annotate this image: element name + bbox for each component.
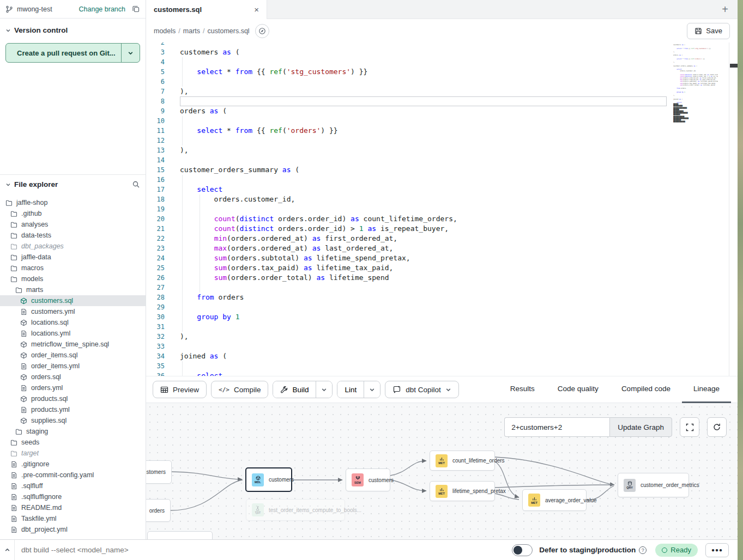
preview-button[interactable]: Preview (153, 381, 207, 398)
file-tree-item-macros[interactable]: macros (0, 263, 146, 273)
file-tree-item--gitignore[interactable]: .gitignore (0, 459, 146, 470)
file-tree-item--sqlfluff[interactable]: .sqlfluff (0, 480, 146, 491)
lineage-node-test-order-items-compute-to-bools-[interactable]: TSTtest_order_items_compute_to_bools... (246, 499, 345, 521)
chevron-up-icon[interactable] (0, 540, 15, 560)
file-tree-item-jaffle-shop[interactable]: jaffle-shop (0, 197, 146, 208)
tab-results[interactable]: Results (499, 376, 546, 403)
lineage-selector-input[interactable] (504, 417, 609, 437)
file-tree-item-customers-sql[interactable]: customers.sql (0, 295, 146, 306)
lineage-panel[interactable]: stg_customersordersMDLcustomersTSTtest_o… (146, 403, 738, 539)
code-line-28[interactable]: 28 from orders (146, 293, 738, 302)
code-line-24[interactable]: 24 sum(orders.subtotal) as lifetime_spen… (146, 253, 738, 263)
compile-button[interactable]: </> Compile (211, 381, 268, 398)
code-line-16[interactable]: 16 (146, 175, 738, 185)
build-button[interactable]: Build (273, 381, 316, 398)
file-tree-item-dbt-project-yml[interactable]: dbt_project.yml (0, 524, 146, 535)
file-tree-item-analyses[interactable]: analyses (0, 219, 146, 230)
code-line-25[interactable]: 25 sum(orders.tax_paid) as lifetime_tax_… (146, 263, 738, 273)
refresh-icon[interactable] (707, 417, 727, 437)
file-tree-item-locations-yml[interactable]: locations.yml (0, 328, 146, 339)
lineage-node-lifetime-spend-pretax[interactable]: METlifetime_spend_pretax (430, 481, 495, 501)
close-icon[interactable]: × (254, 5, 259, 14)
code-line-6[interactable]: 6 (146, 77, 738, 87)
code-line-8[interactable]: 8 (146, 96, 738, 106)
lineage-node-customers[interactable]: MDLcustomers (245, 467, 292, 492)
file-tree-item-locations-sql[interactable]: locations.sql (0, 317, 146, 328)
code-line-31[interactable]: 31 (146, 322, 738, 332)
file-tree-item--github[interactable]: .github (0, 208, 146, 219)
code-line-36[interactable]: 36 select (146, 371, 738, 376)
tab-compiled-code[interactable]: Compiled code (610, 376, 682, 403)
file-tree-item-order-items-yml[interactable]: order_items.yml (0, 361, 146, 372)
dbt-command-input[interactable] (15, 546, 512, 554)
file-tree-item-orders-yml[interactable]: orders.yml (0, 382, 146, 393)
lineage-node-stg-customers[interactable]: stg_customers (146, 460, 172, 484)
code-line-20[interactable]: 20 count(distinct orders.order_id) as co… (146, 214, 738, 224)
lint-caret-button[interactable] (364, 381, 380, 398)
file-tree-item-jaffle-data[interactable]: jaffle-data (0, 252, 146, 263)
help-icon[interactable]: ? (639, 546, 647, 554)
update-graph-button[interactable]: Update Graph (609, 417, 672, 437)
defer-toggle[interactable] (512, 544, 533, 556)
file-tree-item-customers-yml[interactable]: customers.yml (0, 306, 146, 317)
editor-minimap[interactable]: customers as ( select * from {{ ref('stg… (673, 42, 718, 123)
file-explorer-header[interactable]: File explorer (0, 175, 146, 193)
code-line-11[interactable]: 11 select * from {{ ref('orders') }} (146, 126, 738, 136)
compass-icon[interactable] (255, 24, 269, 38)
scrollbar-thumb[interactable] (730, 64, 738, 68)
code-line-22[interactable]: 22 min(orders.ordered_at) as first_order… (146, 234, 738, 244)
dbt-copilot-button[interactable]: dbt Copilot (385, 381, 459, 398)
lineage-node-count-lifetime-orders[interactable]: METcount_lifetime_orders (430, 451, 495, 471)
code-line-17[interactable]: 17 select (146, 185, 738, 194)
lineage-node-partial[interactable] (147, 531, 213, 539)
code-line-19[interactable]: 19 (146, 204, 738, 214)
code-line-23[interactable]: 23 max(orders.ordered_at) as last_ordere… (146, 244, 738, 253)
code-line-33[interactable]: 33 (146, 342, 738, 351)
fullscreen-icon[interactable] (680, 417, 699, 437)
code-line-3[interactable]: 3customers as ( (146, 47, 738, 57)
file-tree-item-products-yml[interactable]: products.yml (0, 404, 146, 415)
code-line-21[interactable]: 21 count(distinct orders.order_id) > 1 a… (146, 224, 738, 234)
code-line-7[interactable]: 7), (146, 87, 738, 96)
file-tree-item-taskfile-yml[interactable]: Taskfile.yml (0, 513, 146, 524)
code-line-27[interactable]: 27 (146, 283, 738, 293)
file-tree-item--pre-commit-config-yaml[interactable]: .pre-commit-config.yaml (0, 470, 146, 480)
new-tab-button[interactable]: + (712, 0, 738, 19)
code-line-9[interactable]: 9orders as ( (146, 106, 738, 116)
file-tree-item-order-items-sql[interactable]: order_items.sql (0, 350, 146, 361)
file-tree-item-orders-sql[interactable]: orders.sql (0, 372, 146, 382)
code-line-35[interactable]: 35 (146, 361, 738, 371)
code-line-26[interactable]: 26 sum(orders.order_total) as lifetime_s… (146, 273, 738, 283)
file-tree-item-data-tests[interactable]: data-tests (0, 230, 146, 241)
code-line-34[interactable]: 34joined as ( (146, 351, 738, 361)
search-icon[interactable] (132, 180, 140, 188)
tab-customers-sql[interactable]: customers.sql × (146, 0, 267, 19)
create-pr-caret-button[interactable] (121, 44, 140, 62)
tab-lineage[interactable]: Lineage (682, 376, 731, 403)
lineage-node-average-order-value[interactable]: METaverage_order_value (522, 489, 587, 511)
code-line-4[interactable]: 4 (146, 57, 738, 67)
file-tree-item-supplies-sql[interactable]: supplies.sql (0, 415, 146, 426)
copy-icon[interactable] (132, 5, 140, 13)
lineage-node-orders[interactable]: orders (146, 499, 171, 522)
file-tree-item-seeds[interactable]: seeds (0, 437, 146, 448)
file-tree-item-dbt-packages[interactable]: dbt_packages (0, 241, 146, 252)
lineage-node-customers[interactable]: SEMcustomers (346, 468, 390, 491)
code-line-18[interactable]: 18 orders.customer_id, (146, 194, 738, 204)
editor-scrollbar[interactable] (729, 42, 738, 376)
file-tree-item--sqlfluffignore[interactable]: .sqlfluffignore (0, 491, 146, 502)
lint-button[interactable]: Lint (337, 381, 364, 398)
version-control-header[interactable]: Version control (0, 19, 146, 39)
lineage-node-customer-order-metrics[interactable]: QRYcustomer_order_metrics (618, 473, 689, 497)
file-tree-item-metricflow-time-spine-sql[interactable]: metricflow_time_spine.sql (0, 339, 146, 350)
file-tree-item-staging[interactable]: staging (0, 426, 146, 437)
build-caret-button[interactable] (316, 381, 332, 398)
file-tree-item-models[interactable]: models (0, 273, 146, 284)
more-options-button[interactable]: ●●● (705, 543, 729, 557)
create-pr-button[interactable]: Create a pull request on Git... (6, 44, 121, 62)
code-line-14[interactable]: 14 (146, 155, 738, 165)
code-line-2[interactable]: 2 (146, 42, 738, 47)
code-line-32[interactable]: 32), (146, 332, 738, 342)
save-button[interactable]: Save (687, 23, 730, 39)
code-line-12[interactable]: 12 (146, 136, 738, 145)
